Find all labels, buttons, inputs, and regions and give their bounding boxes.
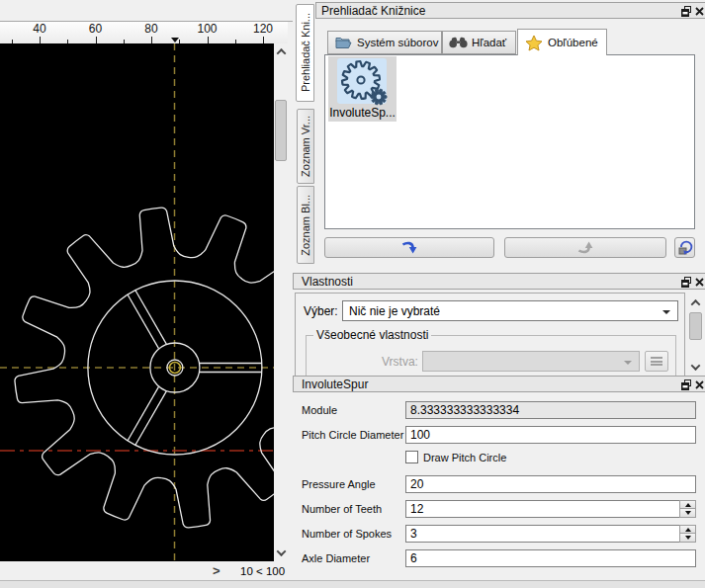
canvas-status-area: > 10 < 100	[0, 561, 293, 580]
pitch-circle-diameter-field[interactable]	[405, 426, 696, 444]
spin-up-button[interactable]	[679, 500, 696, 509]
layer-label: Vrstva:	[382, 355, 418, 369]
chevron-down-icon	[624, 361, 632, 365]
properties-dock-title: Vlastnosti	[302, 275, 353, 289]
arrow-up-icon	[276, 48, 286, 58]
close-dock-button[interactable]	[694, 6, 705, 17]
axle-diameter-label: Axle Diameter	[302, 552, 370, 564]
tab-label: Hľadať	[472, 37, 506, 48]
scrollbar-thumb[interactable]	[275, 100, 287, 161]
number-of-spokes-label: Number of Spokes	[302, 528, 392, 540]
insert-part-button[interactable]	[324, 237, 494, 258]
command-prompt-chevron: >	[213, 563, 220, 578]
arrow-up-icon	[685, 528, 691, 532]
canvas-vertical-scrollbar[interactable]	[274, 43, 288, 561]
scroll-down-button[interactable]	[688, 359, 703, 376]
selection-combobox-value: Nič nie je vybraté	[349, 304, 440, 318]
spin-up-button[interactable]	[679, 525, 696, 534]
layer-list-button[interactable]	[645, 351, 668, 372]
number-of-spokes-field[interactable]	[405, 525, 696, 543]
float-dock-button[interactable]	[681, 379, 692, 390]
tab-label: Obľúbené	[548, 37, 598, 48]
tab-label: Systém súborov	[357, 37, 438, 48]
ruler-tick	[96, 37, 97, 43]
ruler-tick	[208, 37, 209, 43]
float-dock-button[interactable]	[681, 6, 692, 17]
sidebar-tab-block-list[interactable]: Zoznam Bl...	[297, 186, 314, 264]
spin-down-button[interactable]	[679, 509, 696, 518]
layer-combobox[interactable]	[422, 351, 640, 372]
tab-favorites[interactable]: Obľúbené	[517, 29, 607, 55]
scroll-up-button[interactable]	[274, 43, 288, 60]
number-of-teeth-label: Number of Teeth	[302, 503, 382, 515]
layer-list-icon	[651, 357, 662, 366]
library-part-label: InvoluteSp...	[328, 106, 397, 120]
number-of-teeth-spinner	[679, 500, 696, 518]
horizontal-ruler: 406080100120	[0, 22, 288, 43]
draw-pitch-circle-label: Draw Pitch Circle	[423, 452, 506, 463]
toolbar-strip	[0, 0, 293, 22]
pressure-angle-label: Pressure Angle	[302, 478, 376, 490]
float-icon	[681, 6, 692, 17]
close-dock-button[interactable]	[694, 277, 705, 288]
ruler-tick	[263, 37, 264, 43]
tab-file-system[interactable]: Systém súborov	[327, 31, 442, 54]
properties-vertical-scrollbar[interactable]	[688, 294, 703, 376]
close-dock-button[interactable]	[694, 379, 705, 390]
number-of-spokes-spinner	[679, 525, 696, 543]
scroll-down-button[interactable]	[274, 545, 288, 561]
float-dock-button[interactable]	[681, 277, 692, 288]
scroll-up-button[interactable]	[688, 294, 703, 310]
library-dock-titlebar[interactable]: Prehliadač Knižnice	[315, 2, 705, 19]
drawing-canvas[interactable]	[0, 43, 274, 561]
ruler-tick	[40, 37, 41, 43]
remove-part-button[interactable]	[504, 237, 666, 258]
general-properties-legend: Všeobecné vlastnosti	[313, 328, 431, 342]
close-icon	[694, 277, 705, 288]
ruler-tick-label: 40	[20, 22, 59, 36]
ruler-position-marker	[171, 38, 179, 42]
save-part-button[interactable]	[674, 237, 695, 258]
ruler-tick-label: 100	[188, 22, 227, 36]
module-label: Module	[302, 404, 337, 416]
arrow-down-icon	[691, 361, 701, 371]
arrow-down-icon	[685, 511, 691, 515]
selection-label: Výber:	[304, 304, 338, 318]
close-icon	[694, 6, 705, 17]
module-field[interactable]	[405, 401, 696, 419]
float-icon	[681, 277, 692, 288]
library-dock-title: Prehliadač Knižnice	[321, 4, 425, 18]
ruler-tick	[151, 37, 152, 43]
library-part-item[interactable]: InvoluteSp...	[328, 56, 397, 122]
ruler-tick-label: 120	[243, 22, 283, 36]
draw-pitch-circle-checkbox[interactable]	[405, 451, 418, 463]
arrow-up-icon	[691, 298, 701, 308]
axle-diameter-field[interactable]	[405, 549, 696, 567]
save-part-icon	[677, 240, 693, 256]
float-icon	[681, 379, 692, 390]
spin-down-button[interactable]	[679, 534, 696, 543]
close-icon	[694, 379, 705, 390]
sidebar-tab-layer-list[interactable]: Zoznam Vr...	[297, 109, 314, 184]
ruler-tick-label: 60	[76, 22, 116, 36]
plugin-dock-title: InvoluteSpur	[302, 378, 368, 391]
pressure-angle-field[interactable]	[405, 475, 696, 493]
arrow-down-icon	[276, 546, 286, 556]
library-parts-list[interactable]: InvoluteSp...	[324, 54, 695, 229]
sidebar-tab-library-browser[interactable]: Prehliadač Kni...	[296, 4, 314, 102]
properties-dock-titlebar[interactable]: Vlastnosti	[293, 273, 705, 290]
folder-icon	[335, 36, 352, 49]
plugin-dock-titlebar[interactable]: InvoluteSpur	[293, 376, 705, 392]
tab-search[interactable]: Hľadať	[442, 31, 516, 54]
arrow-up-icon	[685, 503, 691, 507]
selection-combobox[interactable]: Nič nie je vybraté	[342, 300, 678, 321]
application-window: 406080100120 > 10 < 100 Prehliadač Kni..…	[0, 0, 705, 588]
arrow-curve-down-icon	[401, 239, 418, 256]
scrollbar-thumb[interactable]	[689, 312, 702, 340]
grid-status-text: 10 < 100	[240, 565, 285, 577]
statusbar-strip	[0, 580, 705, 588]
number-of-teeth-field[interactable]	[405, 500, 696, 518]
pitch-circle-diameter-label: Pitch Circle Diameter	[302, 429, 403, 441]
ruler-tick-label: 80	[132, 22, 171, 36]
chevron-down-icon	[662, 310, 670, 314]
